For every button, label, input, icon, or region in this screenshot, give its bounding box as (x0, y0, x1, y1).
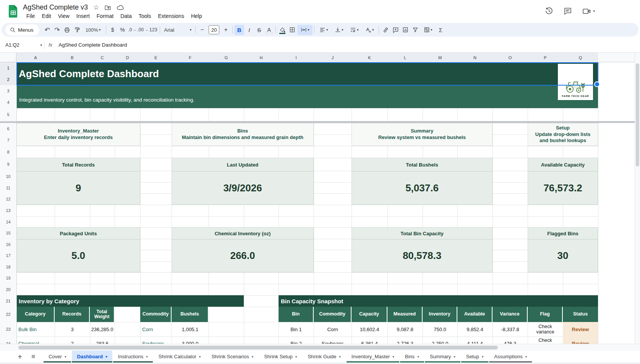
paint-format-icon[interactable] (72, 25, 82, 35)
table-cell[interactable]: 2,726.3 (387, 336, 423, 344)
nav-card-setup[interactable]: Setup Update drop-down lists and bushel … (528, 123, 598, 146)
sheet-tab-bins[interactable]: Bins▾ (400, 351, 424, 362)
sheet-tab-assumptions[interactable]: Assumptions▾ (489, 351, 532, 362)
create-filter-icon[interactable] (410, 25, 420, 35)
column-header-G[interactable]: G (209, 53, 244, 63)
table-cell[interactable]: 2,250.0 (423, 336, 457, 344)
sheets-logo-icon[interactable] (8, 5, 18, 18)
font-selector[interactable]: Arial ▾ (162, 25, 194, 35)
flag-cell[interactable]: Check variance (528, 336, 563, 344)
menu-file[interactable]: File (23, 12, 39, 20)
table-cell[interactable]: Bin 2 (279, 336, 314, 344)
move-folder-icon[interactable] (104, 4, 111, 11)
bin-header[interactable]: Measured (387, 307, 423, 322)
table-cell[interactable]: 476.3 (493, 336, 528, 344)
strikethrough-icon[interactable]: S (254, 25, 264, 35)
column-header-P[interactable]: P (528, 53, 563, 63)
italic-icon[interactable]: I (244, 25, 254, 35)
kpi-available-capacity[interactable]: Available Capacity 76,573.2 (528, 158, 598, 205)
horizontal-align-icon[interactable]: ▾ (316, 25, 331, 35)
category-table-title[interactable]: Inventory by Category (16, 295, 244, 307)
sheet-tab-instructions[interactable]: Instructions▾ (113, 351, 153, 362)
insert-link-icon[interactable] (381, 25, 390, 35)
row-header-16[interactable]: 16 (0, 239, 17, 250)
functions-icon[interactable]: Σ (436, 25, 446, 35)
bin-table-title[interactable]: Bin Capacity Snapshot (279, 295, 598, 307)
table-cell[interactable]: 9,087.8 (387, 322, 423, 336)
menu-data[interactable]: Data (117, 12, 135, 20)
column-header-B[interactable]: B (55, 53, 90, 63)
row-header-11[interactable]: 11 (0, 182, 17, 194)
table-cell[interactable]: Bulk Bin (16, 322, 55, 336)
table-cell[interactable]: 1,005.1 (172, 322, 209, 336)
font-size-input[interactable]: 20 (209, 25, 219, 34)
column-header-L[interactable]: L (387, 53, 423, 63)
borders-icon[interactable] (287, 25, 297, 35)
insert-chart-icon[interactable] (400, 25, 410, 35)
row-header-20[interactable]: 20 (0, 284, 17, 296)
bushels-header[interactable]: Bushels (172, 307, 209, 322)
row-header-14[interactable]: 14 (0, 216, 17, 228)
kpi-flagged-bins[interactable]: Flagged Bins 30 (528, 227, 598, 272)
horizontal-scrollbar[interactable] (0, 344, 640, 351)
sheet-tab-cover[interactable]: Cover▾ (44, 351, 71, 362)
table-cell[interactable]: 9,852.4 (457, 322, 493, 336)
row-header-4[interactable]: 4 (0, 97, 17, 108)
total-weight-header[interactable]: Total Weight (90, 307, 115, 322)
menu-help[interactable]: Help (188, 12, 206, 20)
column-header-C[interactable]: C (90, 53, 115, 63)
table-cell[interactable]: 4,111.4 (457, 336, 493, 344)
nav-card-summary[interactable]: Summary Review system vs measured bushel… (352, 123, 493, 146)
column-header-J[interactable]: J (314, 53, 352, 63)
name-box[interactable]: A1:Q2 ▾ (0, 42, 42, 48)
text-rotation-icon[interactable]: ▾ (362, 25, 377, 35)
formula-input[interactable]: AgShed Complete Dashboard (58, 42, 127, 48)
undo-icon[interactable]: ↶ (42, 25, 52, 35)
table-cell[interactable]: -8,337.8 (493, 322, 528, 336)
records-header[interactable]: Records (55, 307, 90, 322)
all-sheets-button[interactable]: ≡ (31, 353, 35, 361)
column-header-Q[interactable]: Q (563, 53, 598, 63)
row-header-3[interactable]: 3 (0, 85, 17, 97)
format-percent-icon[interactable]: % (118, 25, 128, 35)
column-header-N[interactable]: N (457, 53, 493, 63)
menu-format[interactable]: Format (93, 12, 117, 20)
table-cell[interactable]: 6,361.4 (352, 336, 387, 344)
sheet-tab-shrink-guide[interactable]: Shrink Guide▾ (303, 351, 346, 362)
sheet-tab-setup[interactable]: Setup▾ (461, 351, 489, 362)
bold-icon[interactable]: B (234, 25, 244, 35)
row-header-21[interactable]: 21 (0, 295, 17, 307)
sheet-tab-dashboard[interactable]: Dashboard▾ (72, 351, 112, 362)
nav-card-bins[interactable]: Bins Maintain bin dimensions and measure… (172, 123, 314, 146)
menu-tools[interactable]: Tools (135, 12, 155, 20)
dashboard-banner-subtitle-cell[interactable]: Integrated inventory control, bin capaci… (16, 85, 598, 108)
menu-view[interactable]: View (55, 12, 73, 20)
merge-cells-icon[interactable]: ▾ (297, 25, 313, 35)
column-header-A[interactable]: A (16, 53, 55, 63)
table-cell[interactable]: 3,000.0 (172, 336, 209, 344)
column-header-H[interactable]: H (244, 53, 279, 63)
decrease-decimal-icon[interactable]: .0← (128, 25, 138, 35)
column-header-K[interactable]: K (352, 53, 388, 63)
bin-header[interactable]: Flag (528, 307, 563, 322)
vertical-scrollbar-thumb[interactable] (636, 63, 639, 167)
status-badge[interactable]: Review (563, 322, 598, 336)
text-wrap-icon[interactable]: ▾ (347, 25, 362, 35)
sheet-tab-summary[interactable]: Summary▾ (425, 351, 460, 362)
comments-icon[interactable] (564, 7, 572, 15)
sheet-tab-shrink-setup[interactable]: Shrink Setup▾ (259, 351, 302, 362)
table-cell[interactable]: Chemical (16, 336, 55, 344)
table-cell[interactable]: 3 (55, 322, 90, 336)
bin-header[interactable]: Bin (279, 307, 314, 322)
document-title[interactable]: AgShed Complete v3 (23, 3, 88, 11)
farm-tech-gear-logo[interactable]: FARM TECH GEAR (558, 64, 593, 100)
dashboard-banner-title-cell[interactable]: AgShed Complete Dashboard (16, 62, 598, 85)
row-header-22[interactable]: 22 (0, 307, 17, 322)
decrease-font-icon[interactable]: − (197, 25, 207, 35)
row-header-23[interactable]: 23 (0, 322, 17, 337)
increase-font-icon[interactable]: + (221, 25, 231, 35)
table-cell[interactable]: Soybeans (140, 336, 172, 344)
kpi-packaged-units[interactable]: Packaged Units 5.0 (16, 227, 140, 272)
redo-icon[interactable]: ↷ (52, 25, 62, 35)
row-header-24[interactable]: 24 (0, 336, 17, 344)
